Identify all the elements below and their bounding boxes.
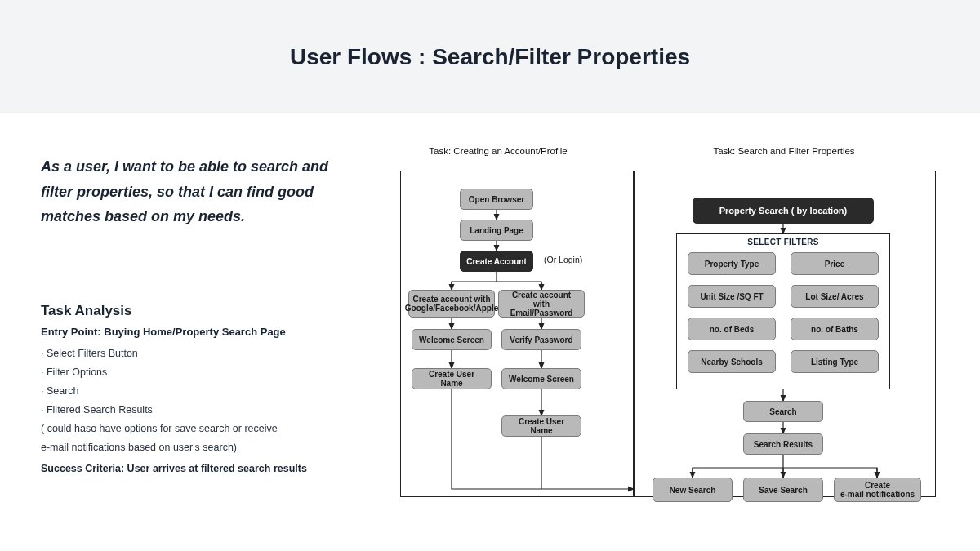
note-line1: ( could haso have options for save searc… [41, 420, 359, 438]
box-welcome1: Welcome Screen [412, 329, 492, 350]
filter-property-type: Property Type [688, 252, 776, 275]
box-email-auth: Create account with Email/Password [498, 290, 585, 318]
box-open-browser: Open Browser [460, 189, 533, 210]
filter-schools: Nearby Schools [688, 350, 776, 373]
success-criteria: Success Criteria: User arrives at filter… [41, 460, 359, 478]
box-search: Search [743, 401, 823, 422]
flow2-title: Task: Search and Filter Properties [702, 146, 866, 156]
task-analysis: Task Analysis Entry Point: Buying Home/P… [41, 303, 359, 478]
content-area: As a user, I want to be able to search a… [0, 113, 980, 495]
box-property-search: Property Search ( by location) [693, 198, 874, 224]
filter-price: Price [791, 252, 879, 275]
box-username2: Create User Name [501, 415, 581, 437]
filters-label: SELECT FILTERS [676, 238, 890, 247]
bullet-item: Filter Options [41, 363, 359, 382]
entry-point: Entry Point: Buying Home/Property Search… [41, 326, 359, 338]
filter-baths: no. of Baths [791, 318, 879, 340]
box-welcome2: Welcome Screen [501, 368, 581, 389]
filter-lot-size: Lot Size/ Acres [791, 285, 879, 308]
or-login-annot: (Or Login) [544, 255, 582, 264]
box-search-results: Search Results [743, 433, 823, 455]
bullet-item: Filtered Search Results [41, 401, 359, 420]
box-username1: Create User Name [412, 368, 492, 389]
page-title: User Flows : Search/Filter Properties [290, 44, 690, 70]
left-column: As a user, I want to be able to search a… [41, 154, 359, 478]
filter-unit-size: Unit Size /SQ FT [688, 285, 776, 308]
note-line2: e-mail notifications based on user's sea… [41, 438, 359, 457]
box-save-search: Save Search [743, 478, 823, 502]
bullet-item: Search [41, 382, 359, 401]
flow1-title: Task: Creating an Account/Profile [416, 146, 580, 156]
box-new-search: New Search [653, 478, 733, 502]
box-landing-page: Landing Page [460, 220, 533, 241]
flow-diagram: Task: Creating an Account/Profile Open B… [384, 154, 939, 478]
filter-beds: no. of Beds [688, 318, 776, 340]
bullet-item: Select Filters Button [41, 344, 359, 363]
task-bullets: Select Filters Button Filter Options Sea… [41, 344, 359, 420]
task-analysis-heading: Task Analysis [41, 303, 359, 319]
filter-listing: Listing Type [791, 350, 879, 373]
user-story: As a user, I want to be able to search a… [41, 154, 359, 229]
box-social-auth: Create account with Google/Facebook/Appl… [408, 290, 495, 318]
page-header: User Flows : Search/Filter Properties [0, 0, 980, 113]
box-verify: Verify Password [501, 329, 581, 350]
box-create-account: Create Account [460, 251, 533, 272]
box-notifications: Create e-mail notifications [834, 478, 921, 502]
